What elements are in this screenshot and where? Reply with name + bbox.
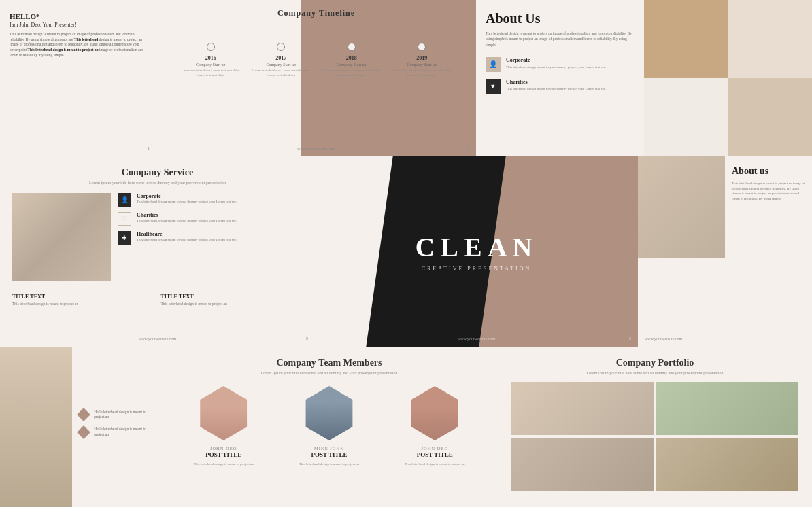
service-bottom-desc-1: This letterhead design is meant to proje… — [12, 302, 154, 307]
service-bottom-title-1: TITLE TEXT — [12, 294, 154, 300]
timeline-desc-3: Lorem text alet dolor Lorem text alet do… — [320, 69, 382, 77]
team-title-bold: Team Members — [318, 357, 382, 368]
photo-1 — [644, 0, 728, 78]
about-corporate-desc: This letterhead design meant to your dum… — [506, 65, 606, 69]
about-desc: This letterhead design is meant to proje… — [486, 31, 635, 48]
portfolio-cell-inner-4 — [656, 438, 798, 491]
timeline-desc-4: Lorem text alet dolor Lorem text alet do… — [391, 69, 453, 77]
member-name-3: POST TITLE — [417, 451, 453, 458]
service-bottom-item-1: TITLE TEXT This letterhead design is mea… — [12, 294, 154, 307]
diamond-icon-1 — [77, 408, 90, 421]
service-title-plain: Company — [122, 167, 161, 177]
service-bottom-item-2: TITLE TEXT This letterhead design is mea… — [161, 294, 303, 307]
service-photo — [12, 193, 111, 281]
timeline-node-3: 2018 Company Start up Lorem text alet do… — [320, 43, 382, 77]
timeline-label-3: Company Start up — [337, 63, 367, 67]
about-charities-icon-box: ♥ — [486, 79, 501, 94]
service-corporate-icon: 👤 — [118, 193, 131, 207]
timeline-label-1: Company Start up — [196, 63, 226, 67]
service-charities-title: Charities — [137, 212, 237, 218]
member-name-1: POST TITLE — [205, 451, 241, 458]
timeline-track: 2016 Company Start up Lorem text alet do… — [175, 29, 457, 77]
corporate-icon-symbol: 👤 — [121, 196, 129, 203]
clean-main-text: CLEAN — [415, 231, 537, 263]
team-member-1: JOHN DEO POST TITLE This letterhead desi… — [177, 386, 270, 466]
portfolio-cell-1 — [511, 382, 654, 435]
timeline-node-1: 2016 Company Start up Lorem text alet do… — [180, 43, 241, 77]
timeline-node-2: 2017 Company Start up Lorem text alet do… — [250, 43, 312, 77]
clean-sub-text: CREATIVE PRESENTATION — [415, 266, 537, 272]
heart-icon: ♥ — [491, 82, 495, 90]
about2-title-plain: About — [732, 166, 757, 176]
member-desc-3: This letterhead design is meant to proje… — [405, 461, 464, 466]
hello-page-num: 1 — [148, 145, 150, 151]
timeline-desc-2: Lorem text alet dolor Lorem text alet do… — [250, 69, 312, 77]
service-items: 👤 Corporate This letterhead design meant… — [118, 193, 303, 281]
slide-about: About Us This letterhead design is meant… — [476, 0, 812, 156]
service-bottom-title-2: TITLE TEXT — [161, 294, 303, 300]
service-subtitle: Lorem ipsum your title here some text so… — [12, 181, 303, 185]
timeline-year-4: 2019 — [416, 55, 427, 61]
hello-body: This letterhead design is meant to proje… — [10, 32, 147, 58]
diamond-icon-2 — [77, 425, 90, 439]
member-desc-1: This letterhead design is meant to proje… — [193, 461, 253, 466]
portfolio-cell-inner-1 — [511, 382, 654, 435]
member-photo-3 — [407, 386, 462, 440]
about2-photo: About us This letterhead design is meant… — [638, 156, 812, 258]
portfolio-cell-inner-3 — [511, 438, 654, 491]
timeline-line — [190, 35, 443, 35]
member-photo-1 — [197, 386, 251, 440]
service-healthcare-icon: ✚ — [118, 231, 131, 245]
photo-cell-4 — [728, 78, 813, 156]
timeline-title: Company Timeline — [169, 8, 464, 18]
service-layout: 👤 Corporate This letterhead design meant… — [12, 193, 303, 281]
about-corporate-title: Corporate — [506, 57, 606, 63]
portfolio-subtitle: Lorem ipsum your title here some text so… — [511, 371, 798, 375]
about-corporate-text: Corporate This letterhead design meant t… — [506, 57, 606, 69]
service-item-2: ♡ Charities This letterhead design meant… — [118, 212, 303, 226]
hello-title: HELLO* — [10, 12, 147, 20]
row3: Hello letterhead design is meant to proj… — [0, 347, 812, 507]
photo-3 — [644, 78, 728, 156]
service-charities-text: Charities This letterhead design meant t… — [137, 212, 237, 223]
team-title: Company Team Members — [174, 357, 484, 368]
timeline-title-bold: Timeline — [319, 8, 355, 18]
about2-overlay: About us This letterhead design is meant… — [725, 156, 812, 258]
deco-text-1: Hello letterhead design is meant to proj… — [94, 410, 154, 420]
about-charities-text: Charities This letterhead design meant t… — [506, 79, 606, 91]
timeline-label-2: Company Start up — [266, 63, 296, 67]
service-photo-inner — [12, 193, 111, 281]
deco-item-1: Hello letterhead design is meant to proj… — [79, 410, 154, 420]
slide-about-left: About Us This letterhead design is meant… — [476, 0, 644, 156]
about-corporate-icon-box: 👤 — [486, 57, 501, 72]
row1: HELLO* Iam John Deo, Your Presenter! Thi… — [0, 0, 812, 156]
slide-deco: Hello letterhead design is meant to proj… — [0, 347, 160, 507]
about-title: About Us — [486, 11, 635, 27]
slide-hello: HELLO* Iam John Deo, Your Presenter! Thi… — [0, 0, 156, 156]
about2-desc: This letterhead design is meant to proje… — [732, 181, 805, 201]
team-title-plain: Company — [276, 357, 316, 368]
slide-clean: CLEAN CREATIVE PRESENTATION www.yourwebs… — [315, 156, 638, 347]
about-item-2: ♥ Charities This letterhead design meant… — [486, 79, 635, 94]
deco-photo — [0, 347, 80, 507]
about-charities-desc: This letterhead design meant to your dum… — [506, 86, 606, 91]
service-healthcare-text: Healthcare This letterhead design meant … — [137, 231, 237, 242]
timeline-node-4: 2019 Company Start up Lorem text alet do… — [391, 43, 453, 77]
service-title: Company Service — [12, 167, 303, 178]
about-item-1: 👤 Corporate This letterhead design meant… — [486, 57, 635, 72]
photo-4 — [728, 78, 813, 156]
slide-about-photos — [644, 0, 812, 156]
team-members: JOHN DEO POST TITLE This letterhead desi… — [174, 386, 484, 466]
member-photo-inner-3 — [407, 386, 462, 440]
portfolio-cell-inner-2 — [656, 382, 798, 435]
service-charities-icon: ♡ — [118, 212, 131, 226]
row2: Company Service Lorem ipsum your title h… — [0, 156, 812, 347]
slide-timeline: Company Timeline 2016 Company Start up L… — [156, 0, 476, 156]
timeline-year-3: 2018 — [346, 55, 357, 61]
slide-service: Company Service Lorem ipsum your title h… — [0, 156, 315, 347]
timeline-circle-4 — [418, 43, 426, 51]
timeline-label-4: Company Start up — [407, 63, 437, 67]
timeline-website: www.yourwebsite.com — [297, 147, 335, 151]
about2-title-bold: us — [760, 166, 768, 176]
member-small-name-1: JOHN DEO — [210, 446, 237, 451]
